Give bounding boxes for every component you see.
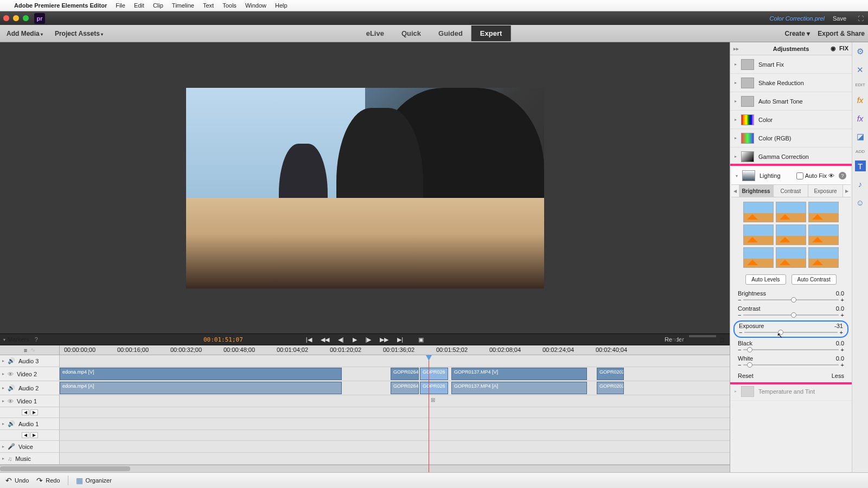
panel-collapse-icon[interactable]: ▸▸ bbox=[733, 46, 739, 52]
timeline-clip[interactable]: GOPR0137.MP4 [V] bbox=[451, 368, 587, 380]
step-back-icon[interactable]: ◀| bbox=[338, 336, 344, 343]
track-lane[interactable] bbox=[60, 407, 730, 418]
expand-icon[interactable]: ▸ bbox=[2, 386, 4, 390]
slider-knob[interactable] bbox=[747, 362, 752, 368]
slider-value[interactable]: 0.0 bbox=[836, 340, 844, 346]
transitions-tool-icon[interactable]: ◪ bbox=[854, 131, 866, 143]
capture-frame-icon[interactable]: ▣ bbox=[418, 336, 424, 343]
fx2-tool-icon[interactable]: fx bbox=[854, 112, 866, 124]
mode-elive[interactable]: eLive bbox=[358, 25, 393, 41]
less-button[interactable]: Less bbox=[832, 373, 844, 379]
slider-plus[interactable]: + bbox=[840, 329, 843, 336]
music-icon[interactable]: ♫ bbox=[8, 455, 12, 462]
menu-clip[interactable]: Clip bbox=[153, 2, 163, 9]
time-ruler[interactable]: ≡ ∿ 00:00:00;00 00:00:16;00 00:00:32;00 … bbox=[0, 345, 730, 355]
auto-fix-checkbox[interactable] bbox=[796, 172, 803, 179]
tabs-prev-icon[interactable]: ◀ bbox=[731, 185, 739, 197]
safe-margins-icon[interactable]: ▦ bbox=[672, 336, 677, 343]
timeline-scrollbar[interactable] bbox=[0, 465, 730, 472]
next-frame-button[interactable]: ▶ bbox=[30, 432, 38, 438]
preview-toggle-icon[interactable]: 👁 bbox=[828, 172, 834, 179]
eye-icon[interactable]: 👁 bbox=[8, 398, 14, 404]
slider-minus[interactable]: − bbox=[738, 362, 741, 368]
expand-icon[interactable]: ▸ bbox=[735, 389, 737, 394]
mode-quick[interactable]: Quick bbox=[393, 25, 430, 41]
menu-text[interactable]: Text bbox=[203, 2, 214, 9]
expand-icon[interactable]: ▸ bbox=[735, 154, 737, 159]
expand-icon[interactable]: ▸ bbox=[2, 399, 4, 403]
organizer-button[interactable]: ▦Organizer bbox=[76, 476, 112, 485]
preset-thumb[interactable] bbox=[808, 247, 839, 268]
prev-frame-button[interactable]: ◀ bbox=[22, 409, 29, 415]
music-tool-icon[interactable]: ♪ bbox=[854, 178, 866, 190]
adj-smart-fix[interactable]: ▸Smart Fix bbox=[730, 55, 852, 74]
redo-button[interactable]: ↷Redo bbox=[36, 476, 60, 485]
speaker-icon[interactable]: 🔊 bbox=[8, 357, 15, 364]
expand-icon[interactable]: ▸ bbox=[735, 136, 737, 140]
close-window-icon[interactable] bbox=[3, 15, 9, 21]
tab-exposure[interactable]: Exposure bbox=[808, 185, 843, 197]
track-lane[interactable] bbox=[60, 418, 730, 429]
auto-levels-button[interactable]: Auto Levels bbox=[745, 274, 786, 285]
menu-file[interactable]: File bbox=[116, 2, 125, 9]
markers-dropdown[interactable]: ▾Markers? bbox=[3, 336, 38, 343]
export-share-button[interactable]: Export & Share bbox=[818, 30, 865, 37]
slider-value[interactable]: 0.0 bbox=[836, 290, 844, 297]
timeline-clip[interactable]: edona.mp4 [V] bbox=[60, 368, 342, 380]
adj-color-rgb[interactable]: ▸Color (RGB) bbox=[730, 129, 852, 147]
play-icon[interactable]: ▶ bbox=[353, 336, 357, 343]
slider-track[interactable] bbox=[744, 332, 837, 333]
preset-thumb[interactable] bbox=[808, 224, 839, 245]
tab-brightness[interactable]: Brightness bbox=[739, 185, 774, 197]
timeline-clip[interactable]: GOPR0264. bbox=[391, 382, 419, 394]
expand-icon[interactable]: ▸ bbox=[735, 80, 737, 85]
waveform-icon[interactable]: ∿ bbox=[30, 346, 35, 354]
timeline-clip[interactable]: edona.mp4 [A] bbox=[60, 382, 342, 394]
mode-guided[interactable]: Guided bbox=[430, 25, 471, 41]
preset-thumb[interactable] bbox=[743, 247, 774, 268]
preview-frame[interactable] bbox=[186, 88, 544, 288]
prev-frame-button[interactable]: ◀ bbox=[22, 432, 29, 438]
minimize-window-icon[interactable] bbox=[13, 15, 19, 21]
graphics-tool-icon[interactable]: ☺ bbox=[854, 196, 866, 208]
timeline-snap-icon[interactable]: ≡ bbox=[24, 347, 27, 354]
mic-icon[interactable]: 🎤 bbox=[8, 443, 15, 450]
slider-minus[interactable]: − bbox=[739, 329, 742, 336]
slider-plus[interactable]: + bbox=[841, 362, 844, 368]
fullscreen-icon[interactable]: ⛶ bbox=[858, 15, 864, 22]
timeline-clip[interactable]: GOPR026 bbox=[420, 382, 448, 394]
slider-plus[interactable]: + bbox=[841, 312, 844, 318]
slider-knob[interactable] bbox=[747, 347, 752, 352]
slider-plus[interactable]: + bbox=[841, 297, 844, 303]
zoom-window-icon[interactable] bbox=[23, 15, 29, 21]
transition-icon[interactable]: ⊠ bbox=[431, 397, 435, 403]
track-lane[interactable]: edona.mp4 [V]GOPR0264.GOPR026GOPR0137.MP… bbox=[60, 367, 730, 381]
applied-effects-icon[interactable]: ◉ bbox=[831, 45, 836, 52]
track-lane[interactable]: ⊠ bbox=[60, 395, 730, 407]
reset-button[interactable]: Reset bbox=[738, 373, 754, 379]
slider-minus[interactable]: − bbox=[738, 312, 741, 318]
fullscreen-preview-icon[interactable]: ◻ bbox=[719, 336, 724, 343]
speaker-icon[interactable]: 🔊 bbox=[8, 420, 15, 427]
prev-edit-icon[interactable]: ◀◀ bbox=[321, 336, 329, 343]
menu-help[interactable]: Help bbox=[275, 2, 288, 9]
timeline-clip[interactable]: GOPR0202 bbox=[597, 382, 624, 394]
slider-track[interactable] bbox=[743, 364, 838, 365]
menu-window[interactable]: Window bbox=[245, 2, 266, 9]
zoom-slider[interactable] bbox=[689, 335, 716, 337]
timeline-clip[interactable]: GOPR0137.MP4 [A] bbox=[451, 382, 587, 394]
track-lane[interactable]: edona.mp4 [A]GOPR0264.GOPR026GOPR0137.MP… bbox=[60, 381, 730, 395]
expand-icon[interactable]: ▸ bbox=[2, 444, 4, 449]
preset-thumb[interactable] bbox=[808, 202, 839, 222]
adj-shake-reduction[interactable]: ▸Shake Reduction bbox=[730, 74, 852, 92]
menu-edit[interactable]: Edit bbox=[134, 2, 144, 9]
slider-minus[interactable]: − bbox=[738, 346, 741, 353]
eye-icon[interactable]: 👁 bbox=[8, 371, 14, 377]
step-fwd-icon[interactable]: |▶ bbox=[366, 336, 372, 343]
track-lane[interactable] bbox=[60, 453, 730, 464]
slider-knob[interactable] bbox=[791, 312, 796, 318]
slider-minus[interactable]: − bbox=[738, 297, 741, 303]
expand-icon[interactable]: ▸ bbox=[2, 456, 4, 461]
tab-contrast[interactable]: Contrast bbox=[774, 185, 808, 197]
adjust-tool-icon[interactable]: ⚙ bbox=[854, 46, 866, 57]
